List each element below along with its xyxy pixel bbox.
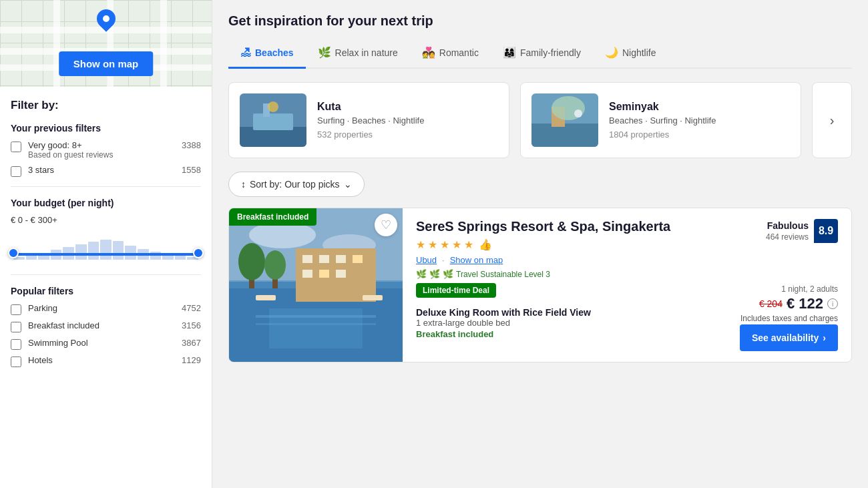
leaf-2-icon: 🌿 — [429, 269, 440, 279]
star-3: ★ — [440, 238, 449, 251]
rating-label: Fabulous — [767, 220, 809, 231]
svg-rect-2 — [253, 113, 293, 130]
hotel-city-link[interactable]: Ubud — [416, 255, 437, 265]
family-icon: 👨‍👩‍👧 — [503, 46, 516, 59]
filter-title: Filter by: — [11, 99, 201, 112]
chevron-right-icon: › — [823, 332, 826, 343]
svg-rect-21 — [302, 270, 312, 278]
price-info-icon[interactable]: i — [827, 298, 838, 309]
dest-card-seminyak[interactable]: Seminyak Beaches · Surfing · Nightlife 1… — [520, 82, 801, 158]
filter-hotels-label: Hotels — [28, 355, 175, 365]
sort-button[interactable]: ↕ Sort by: Our top picks ⌄ — [228, 172, 365, 197]
svg-rect-31 — [256, 295, 276, 300]
deal-badge: Limited-time Deal — [416, 283, 496, 298]
dest-card-kuta[interactable]: Kuta Surfing · Beaches · Nightlife 532 p… — [228, 82, 509, 158]
availability-label: See availability — [752, 332, 819, 343]
filter-very-good-checkbox[interactable] — [11, 142, 21, 152]
tab-family[interactable]: 👨‍👩‍👧 Family-friendly — [491, 39, 593, 69]
filter-breakfast-checkbox[interactable] — [11, 322, 21, 332]
filter-3stars-count: 1558 — [182, 165, 201, 175]
sustainable-text: Travel Sustainable Level 3 — [456, 270, 550, 279]
filter-breakfast-count: 3156 — [182, 320, 201, 330]
filter-3stars-label: 3 stars — [28, 165, 175, 175]
rating-score-badge: 8.9 — [814, 219, 838, 243]
room-info: Deluxe King Room with Rice Field View 1 … — [416, 307, 704, 339]
kuta-name: Kuta — [317, 101, 424, 113]
seminyak-name: Seminyak — [609, 101, 716, 113]
filter-breakfast-label: Breakfast included — [28, 320, 175, 330]
tab-relax-label: Relax in nature — [335, 47, 398, 58]
filter-very-good-count: 3388 — [182, 140, 201, 150]
budget-title: Your budget (per night) — [11, 198, 201, 208]
hotel-location: Ubud · Show on map — [416, 255, 704, 265]
prev-filters-title: Your previous filters — [11, 123, 201, 134]
main-content: Get inspiration for your next trip 🏖 Bea… — [212, 0, 868, 488]
tab-relax[interactable]: 🌿 Relax in nature — [306, 39, 410, 69]
svg-rect-18 — [319, 255, 329, 263]
leaf-1-icon: 🌿 — [416, 269, 427, 279]
filter-3stars-checkbox[interactable] — [11, 166, 21, 177]
room-bed: 1 extra-large double bed — [416, 318, 704, 328]
price-row: € 204 € 122 i — [759, 295, 838, 312]
show-on-map-button[interactable]: Show on map — [59, 51, 154, 76]
rating-row: Fabulous 464 reviews 8.9 — [766, 219, 838, 243]
tax-info: Includes taxes and charges — [740, 314, 838, 323]
svg-rect-22 — [319, 270, 329, 278]
filter-breakfast[interactable]: Breakfast included 3156 — [11, 320, 201, 332]
budget-slider[interactable] — [13, 232, 198, 265]
star-1: ★ — [416, 238, 425, 251]
filter-parking-label: Parking — [28, 303, 175, 313]
kuta-tags: Surfing · Beaches · Nightlife — [317, 115, 424, 126]
tab-beaches-label: Beaches — [255, 47, 294, 58]
sort-bar: ↕ Sort by: Our top picks ⌄ — [228, 172, 852, 197]
seminyak-image — [531, 93, 598, 147]
filter-3stars[interactable]: 3 stars 1558 — [11, 165, 201, 177]
tab-beaches[interactable]: 🏖 Beaches — [228, 39, 306, 69]
filter-hotels-checkbox[interactable] — [11, 356, 21, 367]
nights-info: 1 night, 2 adults — [781, 284, 838, 294]
filter-pool-checkbox[interactable] — [11, 339, 21, 350]
seminyak-tags: Beaches · Surfing · Nightlife — [609, 115, 716, 126]
hotel-info: SereS Springs Resort & Spa, Singakerta ★… — [403, 208, 718, 362]
old-price: € 204 — [759, 298, 783, 309]
seminyak-props: 1804 properties — [609, 130, 716, 140]
relax-icon: 🌿 — [318, 46, 331, 59]
filter-pool[interactable]: Swimming Pool 3867 — [11, 338, 201, 350]
filter-parking-count: 4752 — [182, 303, 201, 313]
svg-point-25 — [238, 243, 265, 280]
hotel-show-map-link[interactable]: Show on map — [450, 255, 503, 265]
kuta-info: Kuta Surfing · Beaches · Nightlife 532 p… — [317, 101, 424, 140]
map-preview: Show on map — [0, 0, 212, 87]
hotel-image-wrap: Breakfast included ♡ — [229, 208, 403, 362]
hotel-name: SereS Springs Resort & Spa, Singakerta — [416, 219, 704, 234]
dest-card-next[interactable]: › — [812, 82, 852, 158]
romantic-icon: 💑 — [422, 46, 435, 59]
svg-rect-23 — [336, 270, 346, 278]
filter-panel: Filter by: Your previous filters Very go… — [0, 87, 212, 488]
sustainable-label: 🌿 🌿 🌿 Travel Sustainable Level 3 — [416, 269, 704, 279]
availability-button[interactable]: See availability › — [740, 324, 838, 351]
filter-parking-checkbox[interactable] — [11, 304, 21, 315]
inspiration-title: Get inspiration for your next trip — [228, 13, 852, 29]
seminyak-info: Seminyak Beaches · Surfing · Nightlife 1… — [609, 101, 716, 140]
kuta-image — [240, 93, 306, 147]
filter-parking[interactable]: Parking 4752 — [11, 303, 201, 315]
room-name: Deluxe King Room with Rice Field View — [416, 307, 704, 318]
tab-nightlife[interactable]: 🌙 Nightlife — [593, 39, 668, 69]
filter-very-good[interactable]: Very good: 8+ Based on guest reviews 338… — [11, 140, 201, 160]
svg-point-11 — [249, 222, 316, 248]
rating-count: 464 reviews — [766, 232, 809, 242]
tab-romantic[interactable]: 💑 Romantic — [410, 39, 491, 69]
star-5: ★ — [464, 238, 473, 251]
filter-hotels-count: 1129 — [182, 355, 201, 365]
svg-rect-32 — [363, 295, 383, 300]
wishlist-button[interactable]: ♡ — [375, 214, 397, 236]
tab-family-label: Family-friendly — [520, 47, 581, 58]
sort-arrows-icon: ↕ — [241, 179, 246, 190]
hotel-stars: ★ ★ ★ ★ ★ 👍 — [416, 238, 704, 251]
filter-hotels[interactable]: Hotels 1129 — [11, 355, 201, 367]
hotel-price-section: Fabulous 464 reviews 8.9 1 night, 2 adul… — [718, 208, 851, 362]
sort-label: Sort by: Our top picks — [250, 179, 340, 190]
svg-rect-17 — [302, 255, 312, 263]
filter-very-good-label: Very good: 8+ — [28, 140, 175, 150]
